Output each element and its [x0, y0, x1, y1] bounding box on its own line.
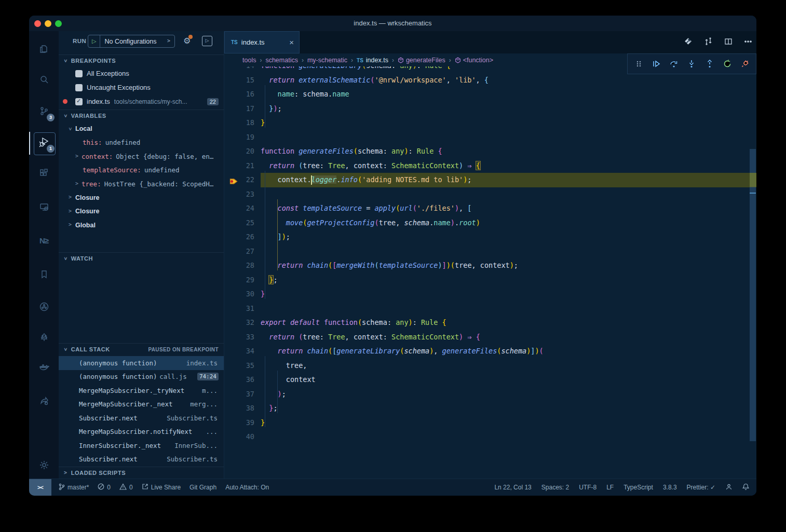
activity-item-settings[interactable] [29, 454, 59, 479]
code-line[interactable]: 29 }; [224, 273, 756, 288]
scope-row[interactable]: >Closure [59, 204, 234, 219]
activity-item-git-graph[interactable] [29, 295, 59, 320]
variables-section[interactable]: >VARIABLES [59, 110, 224, 122]
code-line[interactable]: 33 return (tree: Tree, context: Schemati… [224, 330, 756, 345]
status-prettier[interactable]: Prettier: ✓ [687, 484, 715, 491]
code-area[interactable]: 14function generateLibrary(schema: any):… [224, 59, 756, 444]
activity-item-nx-console[interactable]: N≥ [29, 228, 59, 253]
status-notifications[interactable] [742, 483, 749, 492]
split-editor-icon[interactable] [724, 37, 733, 48]
activity-item-bookmarks[interactable] [29, 263, 59, 288]
status-errors[interactable]: 0 [98, 483, 111, 492]
breakpoint-row[interactable]: Uncaught Exceptions [59, 80, 224, 94]
code-line[interactable]: 36 context [224, 373, 756, 387]
callstack-frame[interactable]: (anonymous function)index.ts [59, 356, 224, 370]
activity-item-source-control[interactable]: 3 [29, 100, 59, 125]
code-line[interactable]: 22 context.logger.info('adding NOTES.md … [224, 173, 756, 187]
variable-row[interactable]: templateSource:undefined [59, 163, 240, 178]
close-tab-icon[interactable]: × [289, 38, 294, 47]
watch-section[interactable]: >WATCH [59, 252, 224, 265]
tab-index-ts[interactable]: TS index.ts × [224, 31, 300, 53]
start-debug-icon[interactable]: ▷ [88, 35, 100, 47]
variable-row[interactable]: this:undefined [59, 136, 240, 150]
launch-config-dropdown[interactable]: ▷ No Configurations > [88, 35, 175, 48]
breakpoint-checkbox[interactable] [75, 84, 83, 91]
code-line[interactable]: 34 return chain([generateLibrary(schema)… [224, 344, 756, 359]
status-ts-version[interactable]: 3.8.3 [663, 484, 677, 491]
scope-row[interactable]: >Local [59, 122, 234, 136]
more-actions-icon[interactable] [744, 37, 752, 48]
code-line[interactable]: 23 [224, 187, 756, 202]
code-line[interactable]: 25 move(getProjectConfig(tree, schema.na… [224, 216, 756, 230]
code-line[interactable]: 30} [224, 287, 756, 302]
activity-item-remote-explorer[interactable] [29, 196, 59, 221]
status-cursor-position[interactable]: Ln 22, Col 13 [494, 484, 531, 491]
code-line[interactable]: 26 ]); [224, 230, 756, 244]
code-line[interactable]: 39} [224, 416, 756, 430]
remote-indicator[interactable]: >< [29, 479, 51, 496]
code-line[interactable]: 19 [224, 130, 756, 145]
breakpoint-checkbox[interactable] [75, 70, 83, 77]
scope-row[interactable]: >Global [59, 219, 234, 233]
code-line[interactable]: 17 }); [224, 102, 756, 116]
callstack-section[interactable]: >CALL STACKPAUSED ON BREAKPOINT [59, 343, 224, 356]
callstack-frame[interactable]: MergeMapSubscriber._nextmerg... [59, 398, 224, 412]
activity-item-live-share[interactable] [29, 389, 59, 414]
status-language[interactable]: TypeScript [624, 484, 653, 491]
code-line[interactable]: 18} [224, 116, 756, 130]
breadcrumb-item--function-[interactable]: <function> [455, 57, 493, 64]
callstack-frame[interactable]: (anonymous function)call.js74:24 [59, 370, 224, 384]
restart-icon[interactable] [721, 58, 734, 70]
code-line[interactable]: 20function generateFiles(schema: any): R… [224, 144, 756, 159]
continue-icon[interactable] [650, 58, 662, 70]
code-line[interactable]: 40 [224, 430, 756, 444]
status-auto-attach[interactable]: Auto Attach: On [225, 484, 269, 491]
step-over-icon[interactable] [668, 58, 680, 70]
debug-console-icon[interactable]: ▷ [202, 36, 212, 46]
activity-item-test-explorer[interactable] [29, 326, 59, 351]
code-line[interactable]: 32export default function(schema: any): … [224, 316, 756, 330]
scope-row[interactable]: >Closure [59, 191, 234, 205]
breadcrumb-item-index-ts[interactable]: TSindex.ts [357, 57, 388, 64]
code-line[interactable]: 16 name: schema.name [224, 87, 756, 102]
callstack-frame[interactable]: MergeMapSubscriber._tryNextm... [59, 384, 224, 398]
activity-item-run-debug[interactable]: 1 [29, 131, 59, 156]
code-line[interactable]: 27 [224, 244, 756, 259]
callstack-frame[interactable]: InnerSubscriber._nextInnerSub... [59, 439, 224, 453]
code-line[interactable]: 35 tree, [224, 359, 756, 373]
breadcrumb-item-generatefiles[interactable]: generateFiles [398, 57, 445, 64]
variable-row[interactable]: >tree:HostTree {_backend: ScopedH… [59, 177, 240, 191]
disconnect-icon[interactable] [739, 58, 751, 70]
code-line[interactable]: 24 const templateSource = apply(url('./f… [224, 201, 756, 216]
variable-row[interactable]: >context:Object {debug: false, en… [59, 149, 240, 163]
step-out-icon[interactable] [703, 58, 716, 70]
breadcrumb-item-tools[interactable]: tools [242, 57, 256, 64]
code-line[interactable]: 38 }; [224, 401, 756, 416]
activity-item-docker[interactable] [29, 356, 59, 381]
breakpoint-row[interactable]: index.tstools/schematics/my-sch...22 [59, 94, 224, 108]
drag-handle-icon[interactable] [632, 58, 645, 70]
status-live-share[interactable]: Live Share [142, 483, 181, 492]
status-eol[interactable]: LF [606, 484, 614, 491]
status-git-branch[interactable]: master* [58, 483, 89, 492]
code-line[interactable]: 31 [224, 302, 756, 316]
callstack-frame[interactable]: Subscriber.nextSubscriber.ts [59, 411, 224, 425]
activity-item-extensions[interactable] [29, 162, 59, 187]
status-encoding[interactable]: UTF-8 [579, 484, 597, 491]
callstack-frame[interactable]: MergeMapSubscriber.notifyNext... [59, 425, 224, 439]
code-line[interactable]: 37 ); [224, 387, 756, 402]
code-line[interactable]: 15 return externalSchematic('@nrwl/works… [224, 73, 756, 88]
status-feedback[interactable] [725, 483, 733, 492]
step-into-icon[interactable] [685, 58, 698, 70]
breadcrumb-item-schematics[interactable]: schematics [265, 57, 298, 64]
compare-changes-icon[interactable] [704, 37, 713, 48]
code-line[interactable]: 21 return (tree: Tree, context: Schemati… [224, 159, 756, 173]
status-warnings[interactable]: 0 [119, 483, 133, 492]
activity-item-explorer[interactable] [29, 37, 59, 62]
breakpoint-checkbox[interactable] [75, 98, 83, 105]
configure-launch-gear-icon[interactable]: ⚙ [183, 36, 191, 46]
code-line[interactable]: 28 return chain([mergeWith(templateSourc… [224, 258, 756, 273]
open-changes-icon[interactable] [684, 37, 693, 48]
activity-item-search[interactable] [29, 69, 59, 93]
breakpoints-section[interactable]: >BREAKPOINTS [59, 54, 224, 67]
